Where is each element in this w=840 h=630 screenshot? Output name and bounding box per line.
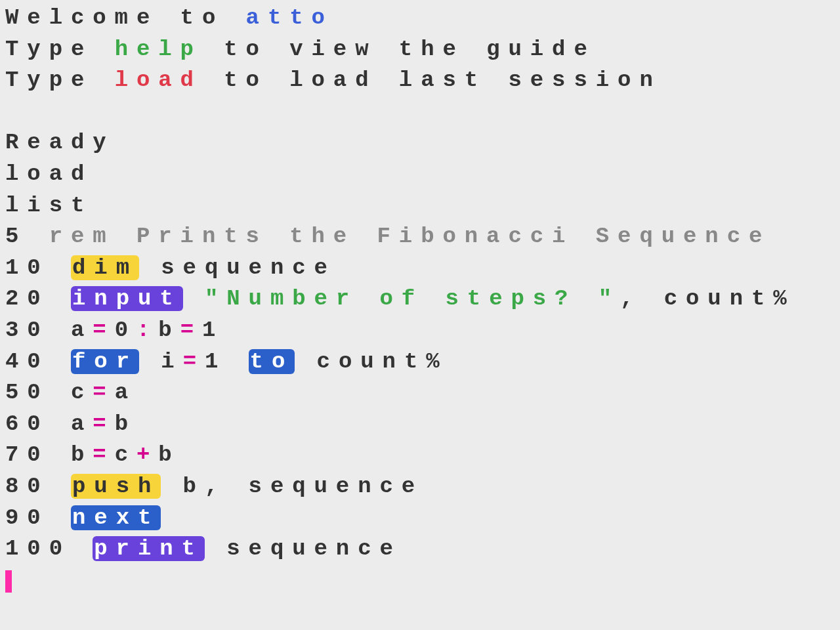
help-hint-line: Type help to view the guide (5, 34, 835, 66)
terminal-output[interactable]: Welcome to atto Type help to view the gu… (5, 3, 835, 596)
code-line-90: 90 next (5, 503, 835, 534)
load-hint-line: Type load to load last session (5, 65, 835, 96)
code-line-70: 70 b=c+b (5, 440, 835, 471)
code-line-40: 40 for i=1 to count% (5, 346, 835, 378)
welcome-prefix: Welcome to (5, 5, 246, 30)
cursor-icon (5, 570, 12, 593)
blank-line (5, 96, 835, 128)
string-literal: "Number of steps? " (183, 286, 620, 311)
keyword-input: input (71, 286, 183, 311)
code-line-80: 80 push b, sequence (5, 471, 835, 503)
entered-list: list (5, 190, 835, 222)
rem-comment: rem Prints the Fibonacci Sequence (49, 224, 771, 249)
code-line-5: 5 rem Prints the Fibonacci Sequence (5, 221, 835, 253)
keyword-dim: dim (71, 255, 139, 280)
keyword-next: next (71, 505, 161, 530)
code-line-20: 20 input "Number of steps? ", count% (5, 284, 835, 315)
keyword-push: push (71, 474, 161, 499)
keyword-print: print (93, 536, 205, 561)
code-line-50: 50 c=a (5, 377, 835, 409)
code-line-10: 10 dim sequence (5, 253, 835, 284)
code-line-100: 100 print sequence (5, 534, 835, 565)
code-line-30: 30 a=0:b=1 (5, 315, 835, 346)
prompt-line[interactable] (5, 565, 835, 597)
keyword-to: to (249, 349, 295, 374)
load-command: load (115, 68, 202, 93)
entered-load: load (5, 159, 835, 190)
app-name: atto (246, 5, 333, 30)
keyword-for: for (71, 349, 139, 374)
help-command: help (115, 37, 202, 62)
code-line-60: 60 a=b (5, 409, 835, 440)
ready-prompt: Ready (5, 127, 835, 159)
welcome-line: Welcome to atto (5, 3, 835, 34)
